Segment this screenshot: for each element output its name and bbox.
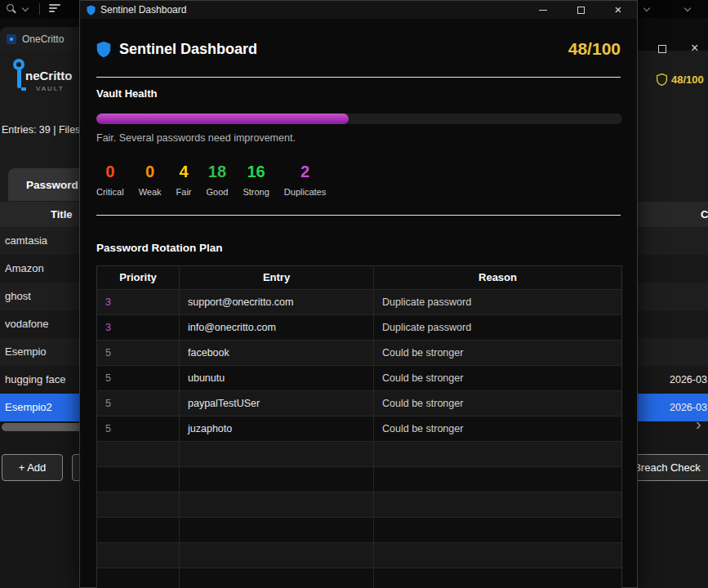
screen: OneCritto × neCritto VAULT Entries: 39 |…	[0, 0, 708, 588]
sort-icon[interactable]	[49, 4, 62, 14]
vault-status-text: Entries: 39 | Files	[2, 122, 80, 137]
sentinel-dashboard-dialog: Sentinel Dashboard × Sentinel Dashboard …	[79, 0, 638, 588]
rotation-row-empty	[97, 466, 621, 492]
dialog-maximize-icon[interactable]	[562, 1, 599, 19]
stat-good: 18 Good	[207, 163, 229, 197]
add-button[interactable]: + Add	[2, 454, 63, 481]
rotation-row: 5 paypalTestUSer Could be stronger	[97, 390, 621, 416]
topbar-divider	[39, 3, 40, 15]
stat-strong: 16 Strong	[243, 163, 269, 197]
vault-health-bar-track	[96, 114, 622, 124]
rotation-row: 3 info@onecritto.com Duplicate password	[97, 314, 621, 340]
stats-row: 0 Critical 0 Weak 4 Fair 18 Good 16 Stro…	[96, 163, 326, 197]
dialog-header: Sentinel Dashboard 48/100	[96, 33, 621, 65]
rotation-row-empty	[97, 568, 621, 588]
dashboard-title: Sentinel Dashboard	[119, 41, 257, 58]
bg-score-badge: 48/100	[657, 74, 704, 86]
onecritto-favicon-icon	[7, 34, 16, 44]
rotation-row-empty	[97, 542, 621, 568]
row-date: 2026-03	[670, 366, 707, 394]
topbar-far-right-chevron-down-icon[interactable]	[684, 5, 691, 11]
column-header-title[interactable]: Title	[51, 202, 73, 227]
column-header-created-partial[interactable]: C	[701, 202, 708, 227]
dialog-titlebar[interactable]: Sentinel Dashboard ×	[80, 1, 637, 19]
search-icon[interactable]	[7, 4, 16, 14]
vault-score: 48/100	[568, 39, 621, 59]
rotation-table: Priority Entry Reason 3 support@onecritt…	[96, 265, 622, 588]
stat-fair: 4 Fair	[176, 163, 192, 197]
tab-onecritto-label: OneCritto	[22, 33, 64, 45]
row-date: 2026-03	[670, 394, 707, 421]
stat-critical: 0 Critical	[96, 163, 124, 197]
rotation-row-empty	[97, 492, 621, 517]
vault-health-description: Fair. Several passwords need improvement…	[96, 132, 296, 144]
stat-weak: 0 Weak	[139, 163, 162, 197]
tab-password[interactable]: Password	[8, 168, 90, 201]
topbar-right-chevron-down-icon[interactable]	[643, 5, 650, 11]
rotation-row: 5 facebook Could be stronger	[97, 340, 621, 365]
rotation-table-header: Priority Entry Reason	[97, 266, 621, 289]
dialog-shield-icon	[87, 5, 96, 16]
header-shield-icon	[96, 41, 111, 58]
shield-icon	[657, 74, 667, 86]
stat-duplicates: 2 Duplicates	[284, 163, 326, 197]
search-chevron-down-icon[interactable]	[22, 5, 29, 11]
rotation-row: 5 ubunutu Could be stronger	[97, 365, 621, 390]
brand-subtitle: VAULT	[36, 85, 65, 92]
dialog-close-icon[interactable]: ×	[599, 1, 637, 19]
dialog-minimize-icon[interactable]	[524, 1, 562, 19]
separator	[96, 215, 621, 216]
separator	[96, 77, 621, 78]
rotation-row-empty	[97, 517, 621, 542]
brand-name: neCritto	[25, 69, 73, 82]
bg-score-text: 48/100	[671, 74, 704, 86]
dialog-window-title: Sentinel Dashboard	[100, 4, 186, 16]
rotation-row-empty	[97, 441, 621, 466]
bg-maximize-icon[interactable]	[658, 45, 666, 53]
tab-password-label: Password	[26, 179, 78, 191]
vault-health-heading: Vault Health	[96, 87, 157, 100]
bg-close-icon[interactable]: ×	[691, 39, 698, 57]
scroll-right-icon[interactable]: ›	[696, 415, 701, 434]
rotation-row: 5 juzaphoto Could be stronger	[97, 416, 621, 441]
rotation-row: 3 support@onecritto.com Duplicate passwo…	[97, 289, 621, 314]
vault-health-bar-fill	[96, 114, 349, 124]
rotation-plan-heading: Password Rotation Plan	[96, 242, 223, 254]
horizontal-scrollbar-thumb[interactable]	[2, 423, 88, 431]
